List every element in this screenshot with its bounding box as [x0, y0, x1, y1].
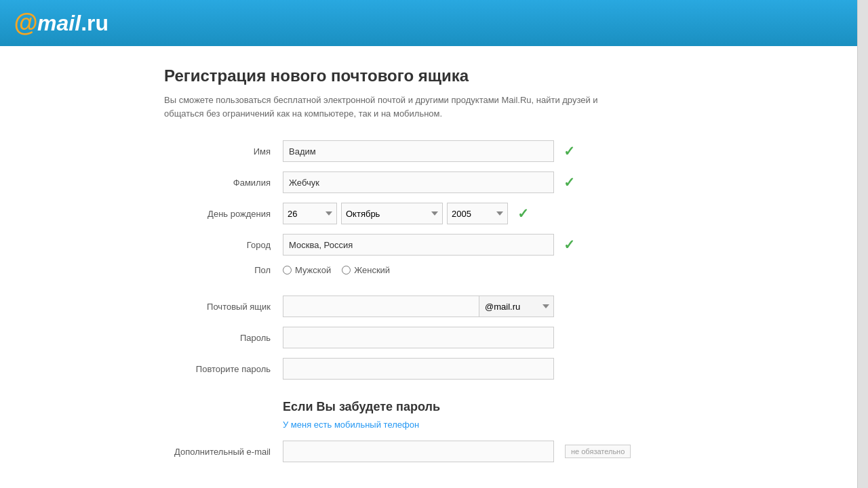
- city-label: Город: [164, 240, 283, 250]
- city-checkmark: ✓: [564, 237, 575, 253]
- name-control-wrap: ✓: [283, 140, 693, 162]
- optional-badge: не обязательно: [565, 445, 631, 458]
- registration-form: Имя ✓ Фамилия ✓ День рождения: [164, 140, 693, 488]
- main-content: Регистрация нового почтового ящика Вы см…: [137, 46, 720, 488]
- recovery-title: Если Вы забудете пароль: [164, 400, 693, 414]
- surname-control-wrap: ✓: [283, 171, 693, 193]
- name-label: Имя: [164, 146, 283, 157]
- birthday-year-select[interactable]: 2010200920082007 2006200520042003 200220…: [447, 203, 508, 224]
- logo-mail: mail: [37, 11, 81, 36]
- birthday-wrap: 12345 678910 1112131415 1617181920 21222…: [283, 203, 508, 224]
- mailbox-label: Почтовый ящик: [164, 302, 283, 312]
- additional-email-label: Дополнительный e-mail: [164, 447, 283, 457]
- mailbox-input[interactable]: [283, 296, 479, 317]
- recovery-section: Если Вы забудете пароль У меня есть моби…: [164, 400, 693, 430]
- password-repeat-row: Повторите пароль: [164, 358, 693, 380]
- name-input[interactable]: [283, 140, 554, 162]
- surname-checkmark: ✓: [564, 174, 575, 190]
- gender-female-radio[interactable]: [342, 266, 351, 274]
- gender-wrap: Мужской Женский: [283, 265, 390, 275]
- name-checkmark: ✓: [564, 143, 575, 159]
- city-row: Город ✓: [164, 234, 693, 256]
- gender-row: Пол Мужской Женский: [164, 265, 693, 275]
- password-repeat-input[interactable]: [283, 358, 554, 380]
- birthday-label: День рождения: [164, 209, 283, 219]
- password-input[interactable]: [283, 327, 554, 348]
- password-control-wrap: [283, 327, 693, 348]
- mobile-link[interactable]: У меня есть мобильный телефон: [164, 420, 693, 430]
- additional-email-row: Дополнительный e-mail не обязательно: [164, 441, 693, 462]
- password-label: Пароль: [164, 333, 283, 343]
- password-repeat-label: Повторите пароль: [164, 364, 283, 374]
- password-repeat-control-wrap: [283, 358, 693, 380]
- surname-row: Фамилия ✓: [164, 171, 693, 193]
- name-row: Имя ✓: [164, 140, 693, 162]
- birthday-day-select[interactable]: 12345 678910 1112131415 1617181920 21222…: [283, 203, 337, 224]
- gender-male-text: Мужской: [295, 265, 331, 275]
- page-title: Регистрация нового почтового ящика: [164, 66, 693, 85]
- surname-input[interactable]: [283, 171, 554, 193]
- gender-female-text: Женский: [354, 265, 390, 275]
- gender-control-wrap: Мужской Женский: [283, 265, 693, 275]
- gender-female-label[interactable]: Женский: [342, 265, 390, 275]
- logo-at: @: [14, 9, 37, 37]
- scrollbar[interactable]: [857, 0, 868, 488]
- birthday-control-wrap: 12345 678910 1112131415 1617181920 21222…: [283, 203, 693, 224]
- birthday-row: День рождения 12345 678910 1112131415 16…: [164, 203, 693, 224]
- birthday-checkmark: ✓: [517, 205, 529, 222]
- surname-label: Фамилия: [164, 178, 283, 188]
- city-input[interactable]: [283, 234, 554, 256]
- password-row: Пароль: [164, 327, 693, 348]
- header: @ mail .ru: [0, 0, 857, 46]
- domain-select[interactable]: @mail.ru @inbox.ru @list.ru @bk.ru: [479, 296, 554, 317]
- gender-label: Пол: [164, 265, 283, 275]
- mailbox-control-wrap: @mail.ru @inbox.ru @list.ru @bk.ru: [283, 296, 693, 317]
- birthday-month-select[interactable]: ЯнварьФевральМартАпрель МайИюньИюльАвгус…: [341, 203, 443, 224]
- city-control-wrap: ✓: [283, 234, 693, 256]
- page-subtitle: Вы сможете пользоваться бесплатной элект…: [164, 94, 598, 120]
- email-wrap: @mail.ru @inbox.ru @list.ru @bk.ru: [283, 296, 554, 317]
- additional-email-input[interactable]: [283, 441, 554, 462]
- gender-male-label[interactable]: Мужской: [283, 265, 331, 275]
- additional-email-control-wrap: не обязательно: [283, 441, 693, 462]
- mailbox-row: Почтовый ящик @mail.ru @inbox.ru @list.r…: [164, 296, 693, 317]
- gender-male-radio[interactable]: [283, 266, 292, 274]
- logo: @ mail .ru: [14, 9, 108, 37]
- logo-dotru: .ru: [81, 11, 108, 36]
